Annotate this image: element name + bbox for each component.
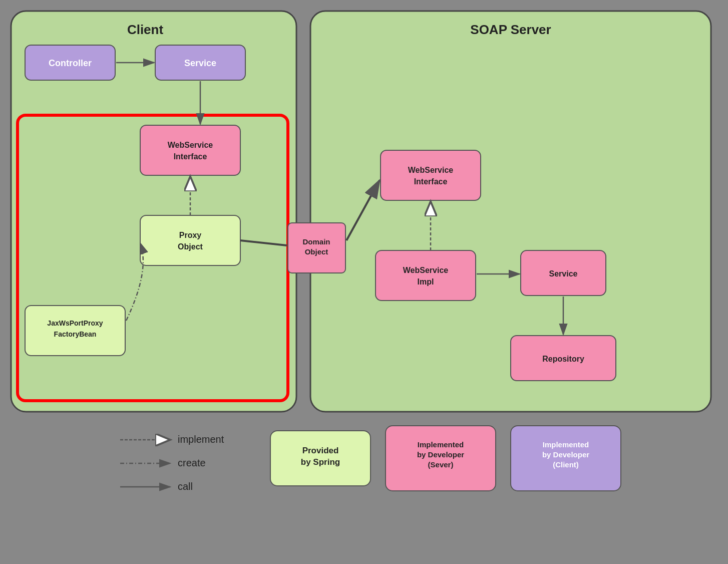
- svg-rect-7: [155, 45, 245, 80]
- svg-line-36: [240, 240, 287, 245]
- legend-implement-label: implement: [178, 435, 224, 446]
- svg-text:Interface: Interface: [174, 152, 207, 161]
- svg-text:FactoryBean: FactoryBean: [54, 330, 97, 338]
- svg-text:WebService: WebService: [408, 166, 454, 174]
- server-service-box: [521, 250, 606, 296]
- svg-rect-24: [376, 250, 476, 301]
- svg-rect-21: [381, 150, 481, 200]
- svg-rect-4: [18, 115, 288, 401]
- svg-rect-12: [140, 215, 240, 265]
- svg-text:(Client): (Client): [553, 460, 579, 469]
- svg-text:by Developer: by Developer: [542, 450, 589, 459]
- svg-text:Object: Object: [178, 242, 203, 251]
- server-webservice-interface-box: [381, 150, 481, 200]
- svg-rect-50: [386, 426, 496, 491]
- svg-text:Impl: Impl: [418, 277, 434, 286]
- svg-rect-27: [521, 250, 606, 296]
- svg-text:by Developer: by Developer: [417, 450, 464, 459]
- client-service-box: [155, 45, 245, 80]
- svg-text:Implemented: Implemented: [418, 440, 464, 449]
- legend-box-implemented-server: [386, 426, 496, 491]
- legend-box-implemented-client: [511, 426, 621, 491]
- server-panel: [310, 11, 711, 412]
- svg-rect-15: [25, 306, 125, 356]
- svg-rect-5: [25, 45, 115, 80]
- svg-text:WebService: WebService: [403, 266, 449, 274]
- svg-rect-0: [11, 11, 296, 412]
- svg-rect-29: [511, 336, 616, 381]
- svg-rect-54: [511, 426, 621, 491]
- controller-box: [25, 45, 115, 80]
- legend-box-provided-by-spring: [270, 431, 371, 486]
- svg-text:(Sever): (Sever): [428, 460, 454, 469]
- svg-text:Domain: Domain: [302, 237, 330, 246]
- svg-text:WebService: WebService: [168, 141, 213, 149]
- svg-rect-18: [288, 223, 345, 273]
- svg-text:Controller: Controller: [49, 58, 92, 68]
- webservice-impl-box: [376, 250, 476, 301]
- svg-rect-47: [270, 431, 371, 486]
- svg-text:Object: Object: [305, 247, 328, 256]
- svg-text:JaxWsPortProxy: JaxWsPortProxy: [47, 319, 103, 327]
- jaxws-factory-bean-box: [25, 306, 125, 356]
- repository-box: [511, 336, 616, 381]
- client-webservice-interface-box: [140, 125, 240, 175]
- svg-text:Service: Service: [184, 58, 216, 68]
- client-panel: [11, 11, 296, 412]
- domain-object-box: [288, 223, 345, 273]
- legend-call-label: call: [178, 482, 193, 493]
- svg-text:Repository: Repository: [542, 355, 584, 363]
- svg-text:by Spring: by Spring: [301, 457, 340, 467]
- svg-rect-1: [310, 11, 711, 412]
- client-panel-title: Client: [11, 15, 296, 31]
- svg-rect-9: [140, 125, 240, 175]
- red-border-spring-area: [18, 115, 288, 401]
- legend-create-label: create: [178, 458, 206, 470]
- svg-text:Proxy: Proxy: [179, 231, 202, 239]
- svg-text:Interface: Interface: [414, 177, 448, 186]
- svg-line-37: [346, 180, 380, 240]
- server-panel-title: SOAP Server: [310, 15, 711, 31]
- svg-text:Implemented: Implemented: [543, 440, 589, 449]
- svg-text:Service: Service: [549, 269, 578, 278]
- proxy-object-box: [140, 215, 240, 265]
- svg-text:Provided: Provided: [302, 446, 339, 455]
